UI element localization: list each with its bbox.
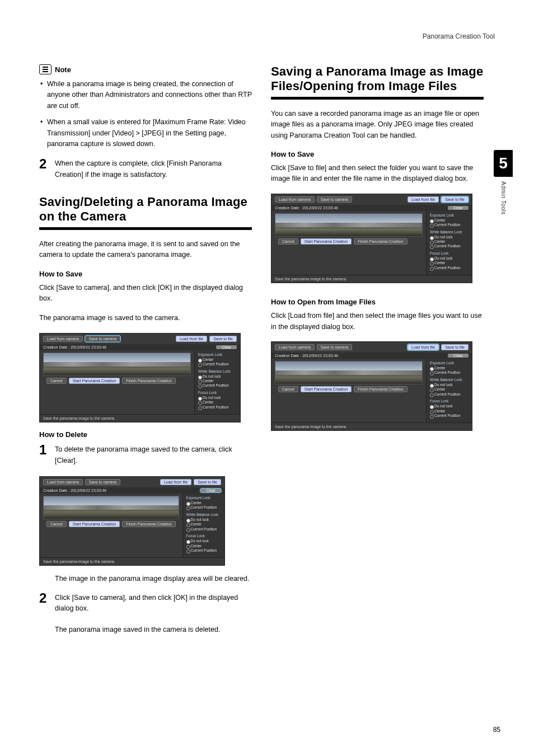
shot-btn-save-file: Save to file (441, 344, 469, 350)
subheading-how-to-open: How to Open from Image Files (271, 298, 484, 306)
shot-btn-start: Start Panorama Creation (69, 378, 120, 384)
chapter-number: 5 (494, 150, 513, 177)
shot-opt: Current Position (430, 223, 469, 227)
body-text: Click [Load from file] and then select t… (271, 311, 484, 332)
screenshot-save-to-camera: Load from camera Save to camera Load fro… (39, 333, 241, 423)
shot-opt: Current Position (430, 266, 469, 270)
shot-btn-finish: Finish Panorama Creation (122, 378, 175, 384)
shot-opt: Do not lock (430, 383, 469, 387)
shot-btn-start: Start Panorama Creation (69, 521, 120, 527)
header-tool-name: Panorama Creation Tool (423, 32, 495, 40)
shot-btn-clear: Clear (200, 489, 221, 492)
heading-rule (39, 228, 252, 230)
right-column: Saving a Panorama Image as Image Files/O… (271, 64, 484, 638)
shot-opt: Do not lock (198, 374, 237, 379)
shot-status: Save the panorama image to the camera. (40, 557, 224, 565)
shot-btn-cancel: Cancel (278, 238, 298, 245)
body-text: Click [Save to file] and then select the… (271, 163, 484, 185)
note-label: Note (55, 65, 71, 74)
shot-opt: Current Position (430, 414, 469, 418)
shot-btn-cancel: Cancel (278, 386, 298, 392)
shot-opt: Center (186, 522, 221, 527)
shot-opt: Current Position (198, 383, 237, 388)
note-bullet: While a panorama image is being created,… (39, 79, 252, 111)
section-intro: You can save a recorded panorama image a… (271, 109, 484, 141)
shot-group-exposure: Exposure Lock (430, 213, 469, 217)
shot-status: Save the panorama image to the camera. (271, 275, 472, 283)
shot-btn-load-file: Load from file (407, 196, 439, 203)
shot-btn-load-file: Load from file (176, 336, 207, 342)
shot-group-wb: White Balance Lock (198, 369, 237, 373)
shot-btn-save-file: Save to file (194, 479, 221, 485)
shot-opt: Current Position (198, 362, 237, 367)
shot-panorama-preview (43, 496, 179, 519)
body-text: The image in the panorama image display … (55, 574, 252, 584)
shot-opt: Center (186, 544, 221, 548)
shot-opt: Do not lock (430, 235, 469, 240)
step-text: Click [Save to camera], and then click [… (55, 591, 252, 614)
subheading-how-to-save: How to Save (271, 150, 484, 158)
shot-btn-load-camera: Load from camera (43, 336, 83, 342)
shot-opt: Current Position (430, 370, 469, 375)
shot-group-exposure: Exposure Lock (198, 353, 237, 356)
shot-group-focus: Focus Lock (186, 534, 221, 538)
shot-btn-start: Start Panorama Creation (301, 386, 352, 392)
shot-opt: Center (430, 240, 469, 244)
shot-btn-load-camera: Load from camera (275, 344, 315, 350)
shot-opt: Current Position (430, 244, 469, 248)
shot-btn-save-file: Save to file (441, 196, 469, 203)
shot-btn-cancel: Cancel (46, 521, 67, 527)
shot-group-wb: White Balance Lock (186, 513, 221, 516)
note-icon (39, 64, 51, 74)
shot-group-wb: White Balance Lock (430, 230, 469, 234)
shot-opt: Center (430, 409, 469, 414)
shot-btn-save-camera: Save to camera (317, 344, 352, 350)
shot-btn-save-file: Save to file (209, 336, 237, 342)
body-text: The panorama image is saved to the camer… (39, 313, 252, 323)
shot-btn-load-file: Load from file (160, 479, 191, 485)
shot-opt: Do not lock (430, 256, 469, 261)
shot-btn-finish: Finish Panorama Creation (354, 386, 407, 392)
shot-opt: Current Position (186, 527, 221, 532)
step-number: 1 (39, 443, 49, 457)
shot-btn-cancel: Cancel (46, 378, 67, 384)
shot-creation-date: Creation Date : 2012/09/22 23:03:46 (43, 489, 106, 492)
shot-opt: Center (186, 501, 221, 505)
shot-panorama-preview (275, 361, 423, 384)
shot-btn-save-camera: Save to camera (317, 196, 352, 203)
shot-btn-finish: Finish Panorama Creation (354, 238, 407, 245)
shot-panorama-preview (43, 353, 191, 376)
screenshot-save-to-file: Load from camera Save to camera Load fro… (271, 194, 472, 284)
shot-opt: Center (430, 261, 469, 265)
body-text: Click [Save to camera], and then click [… (39, 283, 252, 304)
shot-opt: Current Position (186, 505, 221, 510)
shot-group-exposure: Exposure Lock (430, 361, 469, 365)
section-intro: After creating the panorama image, it is… (39, 239, 252, 261)
subheading-how-to-delete: How to Delete (39, 430, 252, 439)
chapter-tab: 5 Admin Tools (494, 150, 513, 215)
shot-btn-save-camera: Save to camera (85, 479, 120, 485)
shot-opt: Center (430, 387, 469, 392)
shot-opt: Do not lock (198, 396, 237, 400)
shot-opt: Current Position (186, 548, 221, 553)
shot-opt: Do not lock (186, 518, 221, 522)
left-column: Note While a panorama image is being cre… (39, 64, 252, 638)
shot-creation-date: Creation Date : 2012/09/22 23:03:46 (275, 206, 338, 210)
shot-status: Save the panorama image to the camera. (271, 422, 472, 430)
section-heading: Saving a Panorama Image as Image Files/O… (271, 64, 484, 94)
page-number: 85 (493, 726, 500, 734)
shot-group-exposure: Exposure Lock (186, 496, 221, 500)
section-heading: Saving/Deleting a Panorama Image on the … (39, 195, 252, 224)
subheading-how-to-save: How to Save (39, 270, 252, 278)
shot-opt: Center (430, 366, 469, 370)
shot-group-wb: White Balance Lock (430, 378, 469, 382)
shot-btn-load-camera: Load from camera (275, 196, 315, 203)
shot-opt: Center (198, 400, 237, 405)
shot-opt: Do not lock (430, 404, 469, 408)
shot-btn-start: Start Panorama Creation (301, 238, 352, 245)
shot-btn-save-camera: Save to camera (85, 336, 120, 342)
screenshot-load-from-file: Load from camera Save to camera Load fro… (271, 341, 472, 431)
note-bullet: When a small value is entered for [Maxim… (39, 117, 252, 149)
shot-panorama-preview (275, 213, 423, 237)
shot-group-focus: Focus Lock (198, 391, 237, 395)
